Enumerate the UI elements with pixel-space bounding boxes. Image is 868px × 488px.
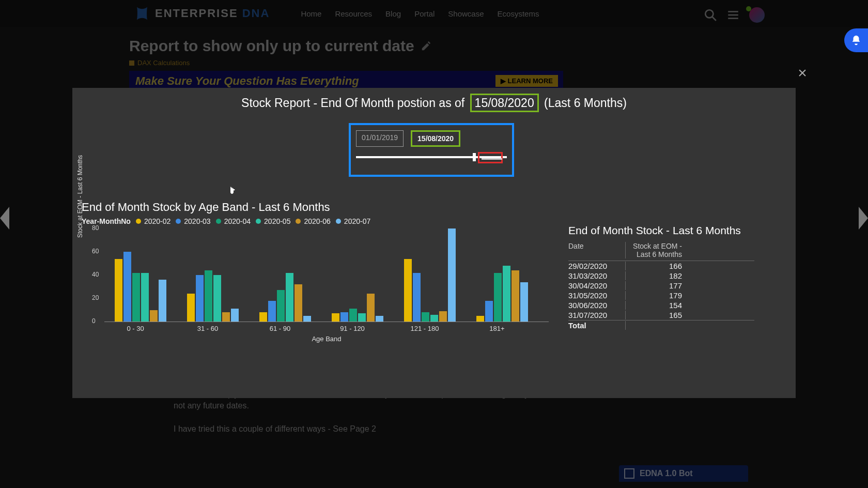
table-row: 30/06/2020154 [568, 300, 754, 310]
table-cell-date: 31/07/2020 [568, 311, 625, 319]
chart-plot: 0 - 3031 - 6061 - 9091 - 120121 - 180181… [104, 228, 549, 322]
bar[interactable] [277, 290, 285, 322]
legend-item[interactable]: 2020-02 [136, 217, 171, 225]
bar-group [404, 228, 456, 322]
bar[interactable] [332, 313, 339, 322]
bar[interactable] [231, 309, 239, 322]
bar[interactable] [520, 282, 528, 322]
bar[interactable] [123, 252, 131, 322]
bar[interactable] [213, 275, 221, 322]
table-title: End of Month Stock - Last 6 Months [568, 224, 754, 237]
table-section: End of Month Stock - Last 6 Months Date … [568, 224, 754, 330]
bar[interactable] [476, 316, 484, 322]
y-tick: 60 [92, 248, 99, 255]
bar[interactable] [159, 280, 166, 322]
legend-item[interactable]: 2020-04 [216, 217, 251, 225]
bar[interactable] [141, 273, 149, 322]
date-slicer[interactable]: 01/01/2019 15/08/2020 [349, 123, 514, 177]
title-date-highlight: 15/08/2020 [470, 94, 539, 112]
lightbox-prev-arrow[interactable] [0, 207, 9, 230]
x-tick: 181+ [461, 325, 533, 332]
bar[interactable] [222, 312, 230, 322]
table-cell-value: 166 [625, 262, 692, 270]
legend-item[interactable]: 2020-07 [336, 217, 370, 225]
table-cell-date: 30/06/2020 [568, 301, 625, 310]
bar[interactable] [286, 273, 293, 322]
bar-group [115, 252, 166, 322]
y-tick: 0 [92, 317, 96, 325]
report-title: Stock Report - End Of Month postion as o… [72, 96, 796, 110]
table-row: 31/05/2020179 [568, 291, 754, 300]
bar[interactable] [303, 316, 311, 322]
x-tick: 31 - 60 [172, 325, 244, 332]
bar[interactable] [422, 312, 429, 322]
bar[interactable] [494, 273, 502, 322]
bar[interactable] [413, 273, 421, 322]
chart-title: End of Month Stock by Age Band - Last 6 … [82, 201, 567, 214]
table-cell-value: 179 [625, 291, 692, 300]
x-axis-title: Age Band [104, 335, 549, 343]
table-cell-date: 29/02/2020 [568, 262, 625, 270]
table-row: 31/03/2020182 [568, 271, 754, 281]
y-tick: 20 [92, 294, 99, 301]
x-axis-line [104, 322, 549, 322]
table-cell-value: 177 [625, 281, 692, 290]
slicer-end-date[interactable]: 15/08/2020 [411, 130, 460, 147]
bar-group [259, 273, 311, 322]
table-row: 29/02/2020166 [568, 261, 754, 271]
bar[interactable] [268, 301, 276, 322]
chart-area: Stock at EOM - Last 6 Months 0 - 3031 - … [82, 228, 557, 337]
chart-legend: Year-MonthNo 2020-02 2020-03 2020-04 202… [82, 217, 567, 225]
slicer-start-date[interactable]: 01/01/2019 [356, 130, 404, 147]
table-cell-date: 31/05/2020 [568, 291, 625, 300]
table-cell-value: 154 [625, 301, 692, 310]
table-cell-date: 31/03/2020 [568, 271, 625, 280]
bar[interactable] [367, 294, 375, 322]
bar[interactable] [340, 312, 348, 322]
bar[interactable] [187, 294, 195, 322]
bar[interactable] [430, 315, 438, 322]
x-tick: 0 - 30 [99, 325, 172, 332]
table-cell-date: 30/04/2020 [568, 281, 625, 290]
y-tick: 80 [92, 224, 99, 232]
x-tick: 61 - 90 [244, 325, 316, 332]
bar[interactable] [115, 259, 122, 322]
close-icon[interactable]: × [794, 64, 811, 82]
notification-button[interactable] [844, 28, 868, 52]
bar[interactable] [485, 301, 493, 322]
slicer-handle[interactable] [473, 153, 476, 161]
data-table: Date Stock at EOM - Last 6 Months 29/02/… [568, 242, 754, 330]
bar[interactable] [295, 284, 302, 322]
chart-section: End of Month Stock by Age Band - Last 6 … [82, 201, 567, 337]
y-axis-title: Stock at EOM - Last 6 Months [76, 150, 84, 243]
table-row: 31/07/2020165 [568, 310, 754, 320]
bar-group [332, 294, 383, 322]
table-header-date: Date [568, 242, 625, 258]
bar[interactable] [349, 309, 357, 322]
x-tick: 121 - 180 [389, 325, 461, 332]
slicer-track[interactable] [356, 156, 507, 158]
bar[interactable] [503, 266, 510, 322]
bar[interactable] [512, 270, 519, 322]
bar[interactable] [439, 311, 447, 322]
bar-group [476, 266, 528, 322]
bar[interactable] [196, 275, 204, 322]
table-cell-value: 165 [625, 311, 692, 319]
legend-item[interactable]: 2020-03 [176, 217, 210, 225]
bar[interactable] [205, 270, 212, 322]
bar[interactable] [448, 228, 456, 322]
bar[interactable] [404, 259, 412, 322]
bar[interactable] [376, 316, 383, 322]
legend-item[interactable]: 2020-06 [296, 217, 330, 225]
table-header-value: Stock at EOM - Last 6 Months [625, 242, 692, 258]
table-total-value [625, 321, 692, 330]
bar[interactable] [358, 313, 366, 322]
bar[interactable] [150, 310, 158, 322]
bar[interactable] [132, 273, 140, 322]
legend-item[interactable]: 2020-05 [256, 217, 290, 225]
cursor-pointer-icon [227, 185, 237, 196]
slicer-future-highlight [478, 152, 503, 163]
table-total-label: Total [568, 321, 625, 330]
lightbox-next-arrow[interactable] [859, 207, 868, 230]
bar[interactable] [259, 312, 267, 322]
